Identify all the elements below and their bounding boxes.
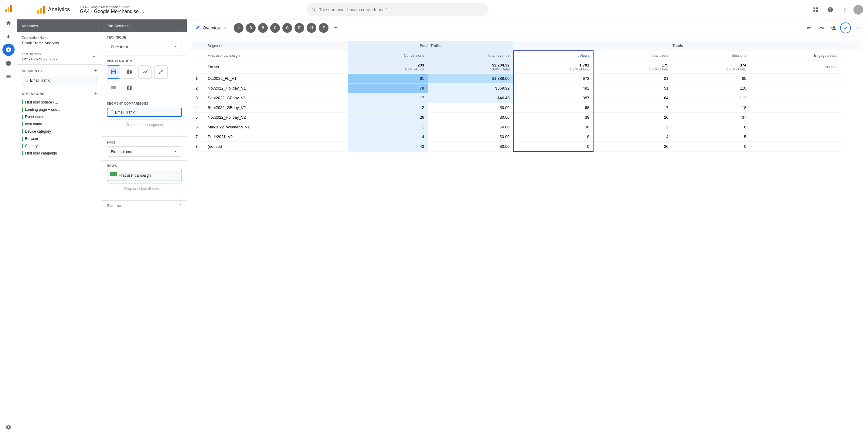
sessions-cell: 112 [672, 93, 750, 103]
variables-panel-title: Variables [22, 24, 38, 28]
sessions-cell: 0 [672, 142, 750, 152]
add-dimension-button[interactable]: + [94, 90, 97, 97]
nav-advertising[interactable] [2, 57, 14, 69]
pivot-dropdown[interactable]: First column [107, 146, 182, 157]
topbar: ← Analytics GA4 - Google Merchandise Sto… [17, 0, 868, 20]
tab-circle-U[interactable]: U [307, 23, 316, 33]
row-num-header [192, 41, 204, 51]
date-range-chevron-icon [91, 54, 97, 60]
viz-pie-button[interactable] [123, 65, 136, 79]
first-user-campaign-col-header[interactable]: First user campaign [204, 51, 348, 60]
search-bar-container [306, 3, 489, 17]
email-traffic-compare-chip[interactable]: ⠿ Email Traffic [107, 108, 182, 117]
app-logo: Analytics [36, 5, 70, 14]
more-options-tab-btn[interactable] [852, 23, 863, 33]
first-user-campaign-row-chip[interactable]: First user campaign [107, 170, 182, 181]
conversions-cell: 4 [348, 132, 428, 142]
views-cell: 36 [514, 122, 593, 132]
sessions-cell: 18 [672, 103, 750, 113]
nav-configure[interactable] [2, 70, 14, 83]
revenue-cell: $0.00 [428, 142, 514, 152]
engaged-sessions-col-header[interactable]: Engaged ses... [750, 51, 842, 60]
dim-country: Country [17, 143, 102, 150]
exploration-name-section: Exploration Name: Email Traffic Analysis [17, 32, 102, 49]
tab-circle-E[interactable]: E [294, 23, 304, 33]
dim-label: Device category [25, 129, 51, 133]
data-area: Segment Email Traffic Totals Fir [187, 36, 868, 438]
conversions-cell: 79 [348, 84, 428, 93]
engaged-cell [750, 122, 842, 132]
sessions-cell: 6 [672, 122, 750, 132]
views-col-header[interactable]: ↓Views [514, 51, 593, 60]
variables-panel: Variables — Exploration Name: Email Traf… [17, 20, 102, 438]
nav-explore[interactable] [2, 44, 14, 56]
tab-circle-D[interactable]: D [246, 23, 256, 33]
more-options-button[interactable] [839, 4, 851, 16]
viz-line-button[interactable] [138, 65, 152, 79]
search-input[interactable] [319, 7, 484, 12]
conversions-col-header[interactable]: Conversions [348, 51, 428, 60]
viz-scatter-button[interactable] [154, 65, 167, 79]
drop-dimension-zone[interactable]: Drop or select dimension [107, 183, 182, 194]
viz-map-button[interactable] [123, 81, 136, 94]
overview-tab[interactable]: Overview [192, 23, 231, 33]
table-row: 3 Sept2022_GBday_V1 17 $46.40 387 64 112 [192, 93, 863, 103]
tab-bar-actions [804, 23, 863, 33]
engaged-cell [750, 113, 842, 122]
date-range-section[interactable]: Last 30 days Oct 24 - Nov 22, 2022 [17, 49, 102, 65]
back-button[interactable]: ← [22, 4, 33, 15]
viz-bar-button[interactable] [107, 81, 120, 94]
add-tab-button[interactable]: + [331, 23, 341, 33]
help-button[interactable] [824, 4, 836, 16]
svg-rect-2 [10, 5, 12, 12]
campaign-name: Pride2021_V2 [204, 132, 348, 142]
total-revenue-col-header[interactable]: Total revenue [428, 51, 514, 60]
table-row: 4 Sept2022_GBday_V2 2 $0.00 68 7 18 [192, 103, 863, 113]
revenue-cell: $0.00 [428, 122, 514, 132]
redo-button[interactable] [816, 23, 827, 33]
overview-tab-label: Overview [203, 26, 220, 30]
variables-panel-header: Variables — [17, 20, 102, 32]
add-user-button[interactable] [828, 23, 839, 33]
totals-total-users-cell: 175 100% of total [593, 60, 672, 74]
revenue-cell: $46.40 [428, 93, 514, 103]
total-users-col-header[interactable]: Total users [593, 51, 672, 60]
date-range-value: Oct 24 - Nov 22, 2022 [22, 57, 57, 61]
drop-segment-zone[interactable]: Drop or select segment [107, 119, 182, 130]
confirm-button[interactable] [840, 23, 851, 33]
user-avatar[interactable] [854, 5, 863, 14]
add-segment-button[interactable]: + [94, 68, 97, 74]
tab-circle-B[interactable]: B [258, 23, 268, 33]
tab-settings-title: Tab Settings [107, 24, 129, 28]
totals-sessions-cell: 374 100% of total [672, 60, 750, 74]
tab-circle-L[interactable]: L [234, 23, 244, 33]
totals-revenue-cell: $2,204.32 100% of total [428, 60, 514, 74]
technique-dropdown[interactable]: Free form [107, 41, 182, 52]
dim-first-user-campaign: First user campaign [17, 150, 102, 157]
tab-circle-F[interactable]: F [319, 23, 329, 33]
tab-settings-minimize-btn[interactable]: — [177, 23, 182, 29]
chevron-down-icon [173, 44, 178, 49]
views-cell: 0 [514, 142, 593, 152]
engaged-cell [750, 84, 842, 93]
tab-circle-C1[interactable]: C [270, 23, 280, 33]
dim-event-name: Event name [17, 113, 102, 121]
viz-table-button[interactable] [107, 65, 120, 79]
campaign-name: Nov2022_Holiday_V1 [204, 84, 348, 93]
tab-circle-C2[interactable]: C [282, 23, 292, 33]
sessions-col-header[interactable]: Sessions [672, 51, 750, 60]
nav-reports[interactable] [2, 30, 14, 42]
campaign-name: Nov2022_Holiday_V2 [204, 113, 348, 122]
grid-view-button[interactable] [810, 4, 822, 16]
segment-email-traffic-chip[interactable]: ⠿ Email Traffic [22, 76, 97, 85]
drop-dimension-label: Drop or select dimension [124, 187, 164, 191]
variables-minimize-btn[interactable]: — [92, 23, 97, 29]
undo-button[interactable] [804, 23, 814, 33]
nav-settings[interactable] [2, 421, 14, 433]
nav-home[interactable] [2, 17, 14, 29]
engaged-cell [750, 142, 842, 152]
total-users-cell: 64 [593, 93, 672, 103]
pivot-section: Pivot First column [102, 136, 187, 161]
dim-label: Browser [25, 136, 38, 141]
views-cell: 387 [514, 93, 593, 103]
